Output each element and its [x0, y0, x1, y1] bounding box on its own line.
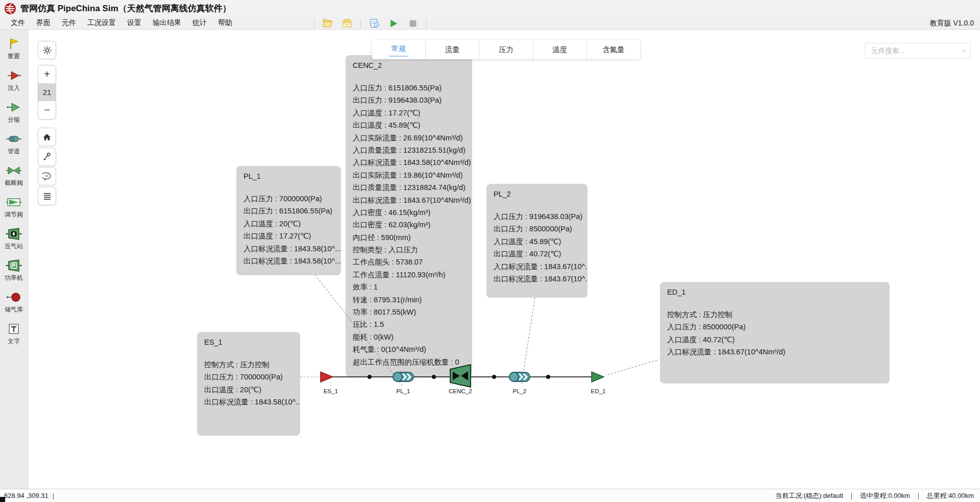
panel-row: 出口温度 : 17.27(℃)	[243, 230, 334, 242]
node-label-pl2: PL_2	[513, 388, 527, 394]
sidebar-item-label: 管道	[8, 147, 20, 156]
settings-gear-button[interactable]	[38, 41, 56, 59]
menu-item[interactable]: 工况设置	[82, 17, 121, 29]
open-folder-icon	[322, 18, 333, 28]
panel-row: 超出工作点范围的压缩机数量 : 0	[353, 356, 465, 368]
node-label-cenc2: CENC_2	[449, 388, 472, 394]
node-pl2-pipe[interactable]	[506, 369, 533, 387]
zoom-out-button[interactable]: −	[38, 101, 56, 119]
sidebar-item-pipe[interactable]: 管道	[0, 132, 28, 163]
route-pin-icon	[42, 152, 52, 161]
panel-row: 压比 : 1.5	[353, 318, 465, 330]
component-search	[865, 43, 971, 59]
save-project-icon	[341, 18, 353, 28]
menu-item[interactable]: 统计	[187, 17, 212, 29]
panel-row: 入口质量流量 : 12318215.51(kg/d)	[353, 144, 465, 156]
panel-row: 入口温度 : 45.89(℃)	[494, 235, 580, 248]
panel-row: 转速 : 8795.31(r/min)	[353, 294, 465, 306]
quick-toolbar	[314, 17, 427, 30]
panel-row: 入口温度 : 17.27(℃)	[353, 107, 465, 119]
app-logo-icon	[4, 3, 16, 15]
tab-temperature[interactable]: 温度	[533, 40, 586, 59]
app-title: 管网仿真 PipeChina Sim（天然气管网离线仿真软件）	[20, 3, 231, 14]
panel-row: 入口密度 : 46.15(kg/m³)	[353, 206, 465, 219]
panel-row: 出口实际流量 : 19.86(10^4Nm³/d)	[353, 169, 465, 181]
zoom-in-button[interactable]: +	[38, 65, 56, 83]
panel-row: 出口压力 : 9196438.03(Pa)	[353, 94, 465, 106]
node-pl1-pipe[interactable]	[390, 369, 416, 387]
save-project-button[interactable]	[341, 18, 353, 29]
menu-item[interactable]: 输出结果	[147, 17, 187, 29]
panel-row: 入口温度 : 20(℃)	[243, 218, 334, 230]
source-triangle-icon	[319, 371, 334, 383]
panel-row: 能耗 : 0(kW)	[353, 331, 465, 343]
menu-item[interactable]: 元件	[56, 17, 82, 29]
text-tool-icon	[6, 322, 21, 336]
status-separator: ｜	[915, 491, 922, 500]
tab-pressure[interactable]: 压力	[479, 40, 532, 59]
panel-row: 控制方式 : 压力控制	[204, 358, 293, 371]
toolbar-separator	[426, 19, 427, 28]
panel-row: 出口压力 : 7000000(Pa)	[204, 371, 293, 383]
power-machine-icon	[5, 258, 22, 273]
info-panel-ed1: ED_1 控制方式 : 压力控制入口压力 : 8500000(Pa)入口温度 :…	[660, 282, 890, 384]
panel-row: 入口标况流量 : 1843.58(10^...	[243, 243, 334, 255]
stop-simulation-icon	[408, 19, 418, 28]
sidebar-item-compressor-station[interactable]: 压气站	[0, 227, 28, 258]
tab-general[interactable]: 常规	[372, 40, 425, 59]
panel-row: 出口标况流量 : 1843.58(10^...	[204, 396, 293, 408]
search-input[interactable]	[871, 47, 962, 55]
layer-list-button[interactable]	[38, 187, 56, 205]
home-view-button[interactable]	[38, 128, 56, 146]
current-condition: 当前工况:(稳态):default	[775, 491, 843, 500]
node-ed1-sink[interactable]	[590, 371, 606, 385]
sidebar-item-text[interactable]: 文字	[0, 322, 28, 353]
reset-flag-icon	[6, 37, 21, 51]
gas-storage-icon	[5, 291, 22, 304]
sidebar-item-offtake[interactable]: 分输	[0, 100, 28, 132]
tab-nitrogen[interactable]: 含氮量	[586, 40, 640, 59]
menu-items: 文件界面元件工况设置设置输出结果统计帮助	[0, 17, 238, 29]
node-cenc2-compressor[interactable]	[449, 363, 473, 391]
menu-item[interactable]: 设置	[121, 17, 147, 29]
sidebar-item-gas-storage[interactable]: 储气库	[0, 290, 28, 322]
status-separator: |	[53, 492, 54, 499]
block-valve-icon	[5, 164, 22, 177]
sidebar-item-label: 调节阀	[5, 210, 23, 219]
panel-row: 出口标况流量 : 1843.67(10^...	[494, 273, 580, 285]
validate-check-button[interactable]	[368, 18, 380, 29]
diagram-canvas[interactable]: + 21 − 常规 流量 压力 温度 含氮量	[28, 30, 980, 489]
node-es1-source[interactable]	[319, 371, 334, 385]
run-simulation-icon	[389, 19, 398, 28]
tab-flow[interactable]: 流量	[425, 40, 479, 59]
stop-simulation-button[interactable]	[407, 18, 419, 29]
menu-item[interactable]: 界面	[31, 17, 56, 29]
menu-bar: 文件界面元件工况设置设置输出结果统计帮助	[0, 17, 980, 30]
info-panel-es1: ES_1 控制方式 : 压力控制出口压力 : 7000000(Pa)出口温度 :…	[197, 332, 300, 436]
status-right-group: 当前工况:(稳态):default ｜ 选中里程:0.00km ｜ 总里程:40…	[775, 491, 974, 500]
panel-row: 出口密度 : 62.03(kg/m³)	[353, 219, 465, 231]
sidebar-item-reset[interactable]: 重置	[0, 37, 28, 68]
menu-item[interactable]: 帮助	[212, 17, 238, 29]
sidebar-item-label: 文字	[8, 337, 20, 346]
search-icon[interactable]	[962, 47, 966, 55]
panel-row: 入口标况流量 : 1843.67(10^4Nm³/d)	[667, 346, 883, 358]
run-simulation-button[interactable]	[387, 18, 400, 29]
validate-check-icon	[369, 18, 380, 29]
corner-chip	[0, 497, 5, 502]
comment-button[interactable]	[38, 167, 56, 185]
sidebar-item-control-valve[interactable]: 调节阀	[0, 195, 28, 227]
menu-item[interactable]: 文件	[5, 17, 31, 29]
sidebar-item-power-machine[interactable]: 功率机	[0, 258, 28, 290]
panel-row: 入口压力 : 6151806.55(Pa)	[353, 82, 465, 94]
sidebar-item-block-valve[interactable]: 截断阀	[0, 163, 28, 195]
panel-row: 耗气量 : 0(10^4Nm³/d)	[353, 343, 465, 355]
info-panel-pl2: PL_2 入口压力 : 9196438.03(Pa)出口压力 : 8500000…	[486, 184, 587, 298]
open-folder-button[interactable]	[322, 18, 334, 29]
zoom-control-group: + 21 −	[38, 65, 56, 119]
comment-bubble-icon	[42, 172, 52, 181]
panel-title: ES_1	[204, 338, 293, 346]
status-separator: ｜	[848, 491, 855, 500]
sidebar-item-injection[interactable]: 注入	[0, 68, 28, 100]
route-pin-button[interactable]	[38, 148, 56, 166]
